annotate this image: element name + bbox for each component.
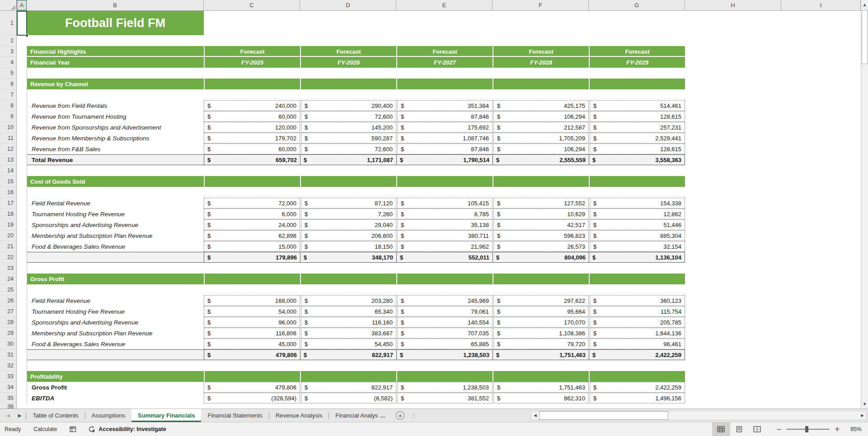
- forecast-header-cell[interactable]: FY-2029: [589, 57, 685, 68]
- cell[interactable]: [781, 306, 861, 317]
- cell[interactable]: [300, 165, 396, 176]
- cell[interactable]: [27, 165, 204, 176]
- cell-money[interactable]: $106,294: [493, 144, 589, 154]
- cell-money[interactable]: $479,806: [204, 382, 300, 393]
- section-header-cell[interactable]: [396, 79, 493, 89]
- header-row-label[interactable]: Financial Highlights: [27, 46, 204, 57]
- cell[interactable]: [204, 35, 300, 46]
- cell[interactable]: [589, 187, 685, 198]
- cell-total-money[interactable]: $1,238,503: [396, 349, 493, 360]
- forecast-header-cell[interactable]: Forecast: [300, 46, 396, 57]
- cell-A22[interactable]: [17, 252, 27, 263]
- section-header-cell[interactable]: [300, 79, 396, 89]
- cell-money[interactable]: $170,070: [493, 317, 589, 328]
- cell-label[interactable]: Revenue from Membership & Subscriptions: [27, 133, 204, 144]
- cell[interactable]: [27, 404, 204, 408]
- cell[interactable]: [27, 187, 204, 198]
- row-header-5[interactable]: 5: [0, 68, 17, 79]
- cell-money[interactable]: $168,000: [204, 295, 300, 306]
- cell-A33[interactable]: [17, 371, 27, 382]
- cell[interactable]: [493, 360, 589, 371]
- row-header-31[interactable]: 31: [0, 349, 17, 360]
- cell-A26[interactable]: [17, 295, 27, 306]
- cell[interactable]: [396, 187, 493, 198]
- cell[interactable]: [781, 404, 861, 408]
- cell[interactable]: [685, 382, 781, 393]
- cell-A29[interactable]: [17, 328, 27, 339]
- row-header-20[interactable]: 20: [0, 230, 17, 241]
- cell[interactable]: [300, 284, 396, 295]
- section-header-cell[interactable]: [396, 274, 493, 284]
- cell-money[interactable]: $179,702: [204, 133, 300, 144]
- cell[interactable]: [300, 68, 396, 79]
- section-header-cell[interactable]: [493, 176, 589, 187]
- cell[interactable]: [685, 209, 781, 219]
- cell-label[interactable]: Membership and Subscription Plan Revenue: [27, 230, 204, 241]
- cell[interactable]: [589, 35, 685, 46]
- cell-label[interactable]: Sponsorships and Advertising Revenue: [27, 219, 204, 230]
- cell-label[interactable]: Food & Beverages Sales Revenue: [27, 241, 204, 252]
- cell-label[interactable]: Field Rental Revenue: [27, 295, 204, 306]
- row-header-23[interactable]: 23: [0, 263, 17, 274]
- section-header-label[interactable]: Gross Profit: [27, 274, 204, 284]
- cell-money[interactable]: $95,664: [493, 306, 589, 317]
- cell-money[interactable]: $140,554: [397, 317, 493, 328]
- scroll-left-button[interactable]: ◀: [531, 411, 539, 420]
- cell[interactable]: [204, 11, 300, 35]
- row-header-7[interactable]: 7: [0, 89, 17, 100]
- cell[interactable]: [685, 339, 781, 349]
- row-header-2[interactable]: 2: [0, 35, 17, 46]
- cell-money[interactable]: $60,000: [204, 111, 300, 122]
- cell-money[interactable]: $425,175: [493, 100, 589, 111]
- cell-A21[interactable]: [17, 241, 27, 252]
- cell-money[interactable]: $145,200: [301, 122, 396, 133]
- select-all-corner[interactable]: [0, 0, 17, 10]
- cell[interactable]: [781, 57, 861, 68]
- cell[interactable]: [589, 68, 685, 79]
- cell[interactable]: [781, 241, 861, 252]
- scroll-up-button[interactable]: ▲: [861, 0, 868, 9]
- section-header-cell[interactable]: [396, 176, 493, 187]
- cell[interactable]: [27, 263, 204, 274]
- cell[interactable]: [781, 122, 861, 133]
- column-header-C[interactable]: C: [204, 0, 300, 10]
- cell-money[interactable]: $29,040: [301, 219, 396, 230]
- cell-label[interactable]: Tournament Hosting Fee Revenue: [27, 209, 204, 219]
- cell-money[interactable]: $106,294: [493, 111, 589, 122]
- cell[interactable]: [781, 339, 861, 349]
- cell[interactable]: [685, 11, 781, 35]
- cell[interactable]: [204, 284, 300, 295]
- cell-money[interactable]: $1,108,386: [493, 328, 589, 339]
- forecast-header-cell[interactable]: Forecast: [493, 46, 589, 57]
- cell[interactable]: [781, 35, 861, 46]
- horizontal-scroll-thumb[interactable]: [539, 411, 668, 420]
- cell-A7[interactable]: [17, 89, 27, 100]
- cell[interactable]: [204, 360, 300, 371]
- cell-A4[interactable]: [17, 57, 27, 68]
- cell[interactable]: [27, 284, 204, 295]
- normal-view-button[interactable]: [712, 422, 730, 436]
- cell-money[interactable]: $65,340: [301, 306, 396, 317]
- section-header-label[interactable]: Cost of Goods Sold: [27, 176, 204, 187]
- cell-A32[interactable]: [17, 360, 27, 371]
- cell-A13[interactable]: [17, 154, 27, 165]
- cell-total-label[interactable]: Total Revenue: [27, 154, 204, 165]
- cell-money[interactable]: $245,969: [397, 295, 493, 306]
- cell-label[interactable]: Food & Beverages Sales Revenue: [27, 339, 204, 349]
- row-header-22[interactable]: 22: [0, 252, 17, 263]
- cell[interactable]: [685, 144, 781, 154]
- cell-money[interactable]: $203,280: [301, 295, 396, 306]
- cell-A8[interactable]: [17, 100, 27, 111]
- cell[interactable]: [781, 317, 861, 328]
- cell-money[interactable]: $72,000: [204, 198, 300, 209]
- cell-A34[interactable]: [17, 382, 27, 393]
- cell-money[interactable]: $862,310: [493, 393, 589, 404]
- cell[interactable]: [781, 263, 861, 274]
- column-header-E[interactable]: E: [396, 0, 493, 10]
- cell[interactable]: [781, 100, 861, 111]
- cell-money[interactable]: $96,000: [204, 317, 300, 328]
- cell-total-money[interactable]: $3,558,363: [589, 154, 685, 165]
- cell-money[interactable]: $1,705,209: [493, 133, 589, 144]
- cell-A17[interactable]: [17, 198, 27, 209]
- cell[interactable]: [685, 306, 781, 317]
